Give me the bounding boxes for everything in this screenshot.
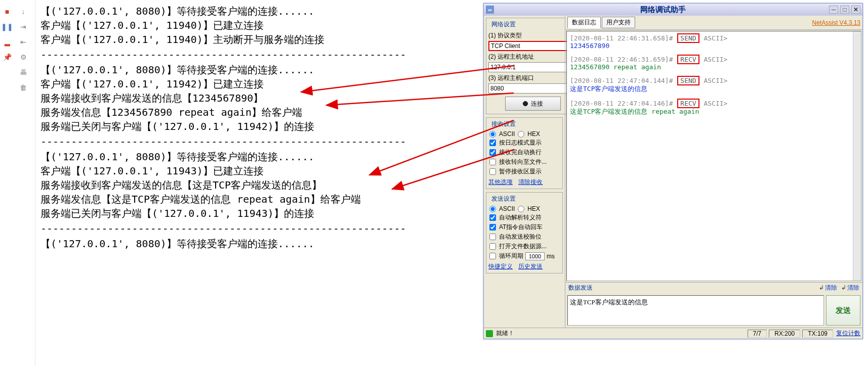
send-checkbox[interactable] — [489, 224, 496, 231]
direction-tag: SEND — [677, 33, 699, 43]
send-section: 数据发送 ↲清除 ↲清除 发送 — [565, 282, 862, 328]
quick-def-link[interactable]: 快捷定义 — [488, 263, 513, 270]
recv-option[interactable]: 暂停接收区显示 — [488, 167, 560, 176]
host-label: (2) 远程主机地址 — [488, 53, 577, 61]
log-line: 客户端【('127.0.0.1', 11942)】已建立连接 — [40, 77, 428, 91]
version-link[interactable]: NetAssist V4.3.13 — [812, 19, 860, 26]
scrollbar[interactable] — [853, 31, 861, 281]
log-line: 服务端已关闭与客户端【('127.0.0.1', 11942)】的连接 — [40, 119, 428, 133]
clear-recv-link[interactable]: 清除接收 — [518, 178, 543, 186]
other-options-link[interactable]: 其他选项 — [488, 178, 513, 186]
send-option[interactable]: 循环周期 ms — [488, 252, 560, 260]
cycle-checkbox[interactable] — [489, 253, 496, 259]
log-line: 服务端已关闭与客户端【('127.0.0.1', 11943)】的连接 — [40, 206, 428, 220]
maximize-button[interactable]: □ — [840, 6, 849, 14]
port-input[interactable] — [488, 83, 577, 94]
cycle-input[interactable] — [525, 252, 545, 260]
clear-link-2[interactable]: ↲清除 — [841, 284, 859, 292]
send-ascii-radio[interactable] — [489, 206, 496, 212]
log-line: 客户端【('127.0.0.1', 11940)】已建立连接 — [40, 18, 428, 32]
statusbar: 就绪！ 7/7 RX:200 TX:109 复位计数 — [484, 328, 862, 339]
protocol-select[interactable] — [488, 41, 569, 51]
log-body: 1234567890 — [570, 42, 609, 50]
minimize-button[interactable]: ─ — [829, 6, 838, 14]
send-settings: 发送设置 ASCII HEX 自动解析转义符AT指令自动回车自动发送校验位打开文… — [486, 192, 563, 273]
log-entry: [2020-08-11 22:46:31.659]# RECV ASCII>12… — [570, 56, 858, 71]
send-hex-radio[interactable] — [518, 206, 524, 212]
send-checkbox[interactable] — [489, 214, 496, 221]
log-line: 服务端接收到客户端发送的信息【这是TCP客户端发送的信息】 — [40, 178, 428, 192]
record-icon[interactable]: ■ — [2, 6, 13, 17]
status-tx: TX:109 — [802, 330, 833, 338]
log-line: 【('127.0.0.1', 8080)】等待接受客户端的连接...... — [40, 237, 428, 251]
timestamp: [2020-08-11 22:47:04.144]# — [570, 77, 677, 84]
send-checkbox[interactable] — [489, 243, 496, 250]
app-icon: ∞ — [486, 6, 494, 14]
log-line: 服务端发信息【这是TCP客户端发送的信息 repeat again】给客户端 — [40, 192, 428, 206]
send-input[interactable] — [567, 295, 824, 326]
send-legend: 发送设置 — [490, 195, 517, 203]
log-line: 客户端【('127.0.0.1', 11940)】主动断开与服务端的连接 — [40, 32, 428, 47]
recv-checkbox[interactable] — [489, 168, 496, 175]
recv-option[interactable]: 接收完自动换行 — [488, 148, 560, 157]
tab-user-support[interactable]: 用户支持 — [602, 17, 635, 28]
send-option[interactable]: AT指令自动回车 — [488, 223, 560, 232]
send-option[interactable]: 自动解析转义符 — [488, 213, 560, 222]
log-entry: [2020-08-11 22:46:31.658]# SEND ASCII>12… — [570, 34, 858, 50]
step-in-icon[interactable]: ⇥ — [18, 21, 29, 32]
send-legend2: 数据发送 — [568, 284, 593, 292]
host-input[interactable] — [488, 62, 569, 72]
arrow-down-icon[interactable]: ↓ — [18, 6, 29, 17]
timestamp: [2020-08-11 22:47:04.146]# — [570, 100, 677, 107]
direction-tag: RECV — [677, 55, 699, 64]
dot-icon — [523, 101, 528, 106]
status-ready: 就绪！ — [496, 329, 514, 338]
recv-option[interactable]: 接收转向至文件... — [488, 158, 560, 166]
separator: ----------------------------------------… — [40, 48, 428, 62]
settings-panel: 网络设置 (1) 协议类型 ▼ (2) 远程主机地址 ▼ (3) 远程主机端口 — [484, 16, 565, 328]
close-button[interactable]: ✕ — [851, 6, 860, 14]
log-line: 服务端发信息【1234567890 repeat again】给客户端 — [40, 105, 428, 119]
recv-option[interactable]: 按日志模式显示 — [488, 139, 560, 147]
pin-icon[interactable]: 📌 — [2, 52, 13, 63]
send-option[interactable]: 自动发送校验位 — [488, 233, 560, 241]
separator: ----------------------------------------… — [40, 221, 428, 236]
settings-icon[interactable]: ⚙ — [18, 52, 29, 63]
direction-tag: SEND — [677, 76, 699, 85]
log-body: 这是TCP客户端发送的信息 — [570, 85, 647, 93]
status-count: 7/7 — [748, 330, 767, 338]
status-icon — [486, 330, 493, 337]
recv-ascii-radio[interactable] — [489, 131, 496, 138]
connect-button[interactable]: 连接 — [505, 97, 561, 111]
reset-counter-link[interactable]: 复位计数 — [836, 329, 860, 338]
pause-icon[interactable]: ❚❚ — [2, 21, 13, 32]
step-out-icon[interactable]: ⇤ — [18, 36, 29, 48]
history-send-link[interactable]: 历史发送 — [518, 263, 543, 270]
netassist-window: ∞ 网络调试助手 ─ □ ✕ 网络设置 (1) 协议类型 ▼ (2) 远程主机地… — [483, 3, 863, 339]
recv-checkbox[interactable] — [489, 140, 496, 146]
clear-link-1[interactable]: ↲清除 — [819, 284, 837, 292]
stop-icon[interactable]: ▂ — [2, 36, 13, 48]
log-line: 【('127.0.0.1', 8080)】等待接受客户端的连接...... — [40, 4, 428, 18]
print-icon[interactable]: 🖶 — [18, 67, 29, 78]
send-button[interactable]: 发送 — [826, 295, 860, 326]
recv-checkbox[interactable] — [489, 159, 496, 165]
net-legend: 网络设置 — [490, 20, 517, 29]
tabs: 数据日志 用户支持 NetAssist V4.3.13 — [565, 16, 862, 30]
trash-icon[interactable]: 🗑 — [18, 82, 29, 93]
log-box[interactable]: [2020-08-11 22:46:31.658]# SEND ASCII>12… — [566, 31, 861, 281]
log-line: 【('127.0.0.1', 8080)】等待接受客户端的连接...... — [40, 150, 428, 164]
tab-data-log[interactable]: 数据日志 — [567, 17, 601, 28]
recv-hex-radio[interactable] — [518, 131, 524, 138]
port-label: (3) 远程主机端口 — [488, 74, 577, 82]
direction-tag: RECV — [677, 99, 699, 108]
proto-label: (1) 协议类型 — [488, 31, 577, 40]
log-body: 1234567890 repeat again — [570, 63, 661, 71]
connect-label: 连接 — [531, 100, 543, 108]
titlebar: ∞ 网络调试助手 ─ □ ✕ — [484, 4, 862, 16]
send-option[interactable]: 打开文件数据源... — [488, 242, 560, 251]
right-panel: 数据日志 用户支持 NetAssist V4.3.13 [2020-08-11 … — [565, 16, 862, 328]
send-checkbox[interactable] — [489, 234, 496, 240]
timestamp: [2020-08-11 22:46:31.659]# — [570, 56, 677, 63]
recv-checkbox[interactable] — [489, 149, 496, 156]
